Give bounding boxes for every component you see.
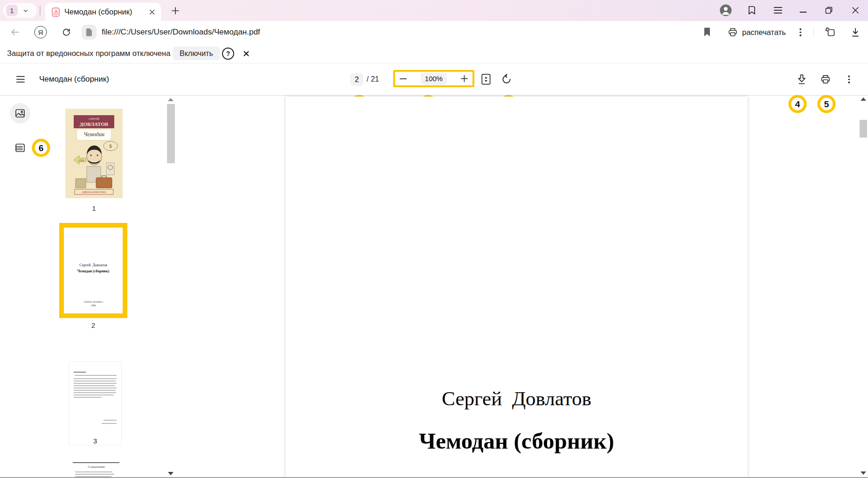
- thumbnail-page-2-selected[interactable]: Сергей Довлатов Чемодан (сборник) «Азбук…: [59, 223, 127, 318]
- thumbnail-page-1[interactable]: СЕРГЕЙ ДОВЛАТОВ Чемодан $ USA АЗБУКА-КЛА…: [65, 109, 123, 198]
- page-number-input[interactable]: 2: [350, 73, 363, 86]
- thumb4-toc-heading: Содержание: [71, 465, 121, 469]
- annotation-circle-5: 5: [818, 95, 836, 113]
- pdf-toolbar: Чемодан (сборник) 2 / 21 100%: [0, 63, 868, 96]
- sidebar-scroll-down-arrow[interactable]: [168, 472, 174, 475]
- protection-warning-bar: Защита от вредоносных программ отключена…: [0, 43, 868, 63]
- printer-icon: [728, 27, 738, 37]
- warning-close-icon[interactable]: [243, 51, 249, 56]
- thumbnail-2-label: 2: [59, 321, 127, 329]
- page-file-icon[interactable]: [82, 25, 97, 40]
- main-scroll-up-arrow[interactable]: [861, 97, 866, 101]
- main-scroll-down-arrow[interactable]: [861, 471, 866, 475]
- thumbnail-1-label: 1: [65, 204, 123, 212]
- window-restore-button[interactable]: [825, 7, 833, 14]
- thumbnails-view-button[interactable]: [10, 103, 30, 124]
- pdf-document-title: Чемодан (сборник): [39, 63, 109, 96]
- tab-count-badge: 1: [6, 5, 18, 16]
- zoom-out-button[interactable]: [400, 78, 407, 79]
- svg-text:Чемодан: Чемодан: [83, 131, 104, 138]
- pdf-page-view[interactable]: Сергей Довлатов Чемодан (сборник): [285, 97, 748, 478]
- zoom-controls-highlight: 100%: [393, 70, 474, 87]
- fit-to-page-button[interactable]: [480, 73, 492, 86]
- collections-icon[interactable]: [824, 27, 836, 38]
- sidebar-scrollbar-thumb[interactable]: [167, 104, 175, 163]
- book-cover-image: СЕРГЕЙ ДОВЛАТОВ Чемодан $ USA АЗБУКА-КЛА…: [65, 109, 123, 198]
- thumbnail-3-label: 3: [69, 437, 121, 445]
- browser-window: 1 Чемодан (сборник): [0, 0, 868, 478]
- pdf-download-button[interactable]: [797, 74, 807, 85]
- browser-menu-button[interactable]: [774, 7, 782, 14]
- zoom-in-button[interactable]: [461, 75, 468, 82]
- back-button[interactable]: [10, 27, 21, 38]
- svg-text:АЗБУКА-КЛАССИКА: АЗБУКА-КЛАССИКА: [82, 191, 106, 194]
- window-close-button[interactable]: [852, 7, 859, 14]
- pdf-more-menu[interactable]: [848, 76, 850, 83]
- picture-icon: [14, 108, 26, 119]
- thumbnail-page-3[interactable]: [69, 362, 121, 445]
- chevron-down-icon: [22, 7, 29, 14]
- pdf-print-button[interactable]: [820, 74, 831, 85]
- svg-text:СЕРГЕЙ: СЕРГЕЙ: [89, 117, 99, 120]
- bookmark-added-icon[interactable]: [703, 28, 711, 37]
- window-minimize-button[interactable]: [800, 11, 807, 13]
- svg-text:ДОВЛАТОВ: ДОВЛАТОВ: [80, 121, 109, 127]
- menu-icon: [16, 76, 25, 83]
- zoom-level-value[interactable]: 100%: [421, 73, 447, 85]
- print-button[interactable]: распечатать: [728, 21, 786, 43]
- tab-title: Чемодан (сборник): [64, 7, 145, 16]
- sidebar-scroll-up-arrow[interactable]: [168, 98, 174, 101]
- document-author: Сергей Довлатов: [285, 387, 748, 410]
- page-count-label: / 21: [367, 63, 379, 96]
- help-icon[interactable]: ?: [222, 48, 234, 60]
- main-scrollbar-thumb[interactable]: [860, 120, 867, 138]
- annotation-circle-6: 6: [32, 139, 50, 157]
- svg-text:$: $: [109, 143, 112, 149]
- thumb2-title: Чемодан (сборник): [64, 269, 123, 273]
- tab-counter-dropdown[interactable]: 1: [3, 3, 37, 18]
- active-tab[interactable]: Чемодан (сборник): [45, 3, 161, 21]
- rotate-button[interactable]: [501, 74, 512, 85]
- profile-avatar[interactable]: [720, 4, 732, 17]
- kebab-icon: [848, 76, 850, 83]
- thumbnail-page-4[interactable]: Содержание: [71, 459, 121, 478]
- tab-bar: 1 Чемодан (сборник): [0, 0, 868, 21]
- print-label: распечатать: [742, 28, 786, 37]
- kebab-icon: [799, 28, 801, 36]
- sidebar-toggle-button[interactable]: [16, 76, 25, 83]
- svg-text:USA: USA: [78, 159, 84, 162]
- yandex-logo-button[interactable]: Я: [35, 26, 47, 39]
- pdf-file-icon: [52, 7, 60, 17]
- new-tab-button[interactable]: [172, 7, 180, 15]
- warning-message: Защита от вредоносных программ отключена: [7, 43, 170, 63]
- thumb2-year: 1986: [64, 304, 123, 307]
- download-icon[interactable]: [851, 27, 860, 37]
- annotation-circle-4: 4: [789, 95, 807, 113]
- tab-divider: [40, 6, 41, 15]
- hamburger-icon: [774, 7, 782, 14]
- list-icon: [14, 142, 26, 153]
- address-bar: Я file:///C:/Users/User/Downloads/Чемода…: [0, 21, 868, 43]
- nav-divider: [813, 27, 814, 37]
- tab-close-icon[interactable]: [149, 9, 155, 15]
- thumb2-publisher: «Азбука-Аттикус»: [64, 300, 123, 303]
- enable-protection-button[interactable]: Включить: [173, 47, 220, 60]
- bookmarks-flag-icon[interactable]: [747, 5, 757, 15]
- thumb2-author: Сергей Довлатов: [64, 263, 123, 267]
- reload-button[interactable]: [62, 28, 71, 37]
- document-title: Чемодан (сборник): [285, 428, 748, 454]
- outline-view-button[interactable]: [10, 138, 30, 158]
- url-more-menu[interactable]: [799, 28, 801, 36]
- url-text[interactable]: file:///C:/Users/User/Downloads/Чемодан.…: [102, 21, 260, 43]
